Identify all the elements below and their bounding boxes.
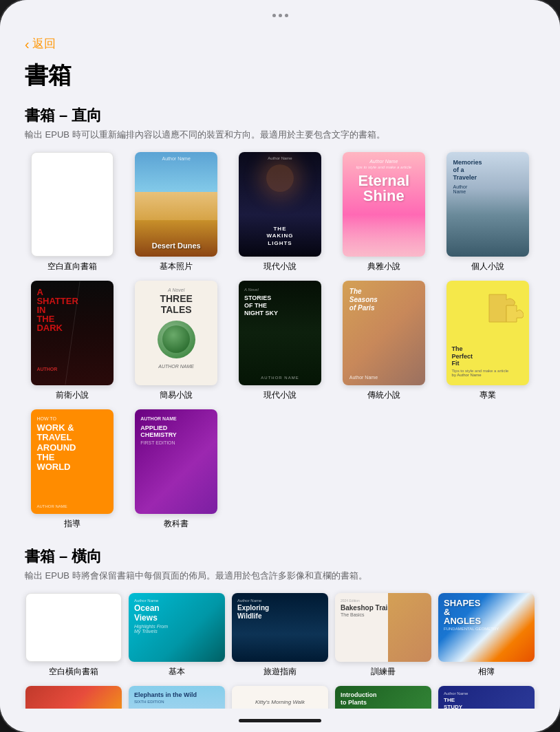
label-professional: 專業 xyxy=(480,389,496,401)
back-chevron-icon: ‹ xyxy=(25,37,30,51)
thumb-basic-photo: Author Name Desert Dunes xyxy=(135,152,217,257)
label-blank-landscape: 空白橫向書箱 xyxy=(49,666,98,678)
ipad-frame: ‹ 返回 書箱 書箱 – 直向 輸出 EPUB 時可以重新編排內容以適應不同的裝… xyxy=(0,0,560,732)
thumb-modern-novel: Author Name THEWAKINGLIGHTS xyxy=(239,152,321,257)
thumb-guide: HOW TO WORK &TRAVELAROUNDTHEWORLD AUTHOR… xyxy=(31,409,114,514)
status-dot-1 xyxy=(272,14,276,17)
puzzle-icon xyxy=(482,288,524,329)
thumb-blank-portrait xyxy=(31,152,114,257)
thumb-training: 2024 Edition Bakeshop Training The Basic… xyxy=(335,593,431,662)
thumb-textbook: AUTHOR NAME APPLIEDCHEMISTRY FIRST EDITI… xyxy=(135,409,217,514)
label-training: 訓練冊 xyxy=(371,666,396,678)
label-modern-novel: 現代小說 xyxy=(263,261,297,272)
home-bar xyxy=(239,719,321,722)
thumb-classic-novel: TheSeasonsof Paris Author Name xyxy=(343,281,425,385)
landscape-row-2: Recipes for SavorySoup Suppers Step-by-S… xyxy=(25,686,535,709)
thumb-recipe: Recipes for SavorySoup Suppers Step-by-S… xyxy=(25,686,122,709)
thumb-album: SHAPES&ANGLES FUNDAMENTAL GEOMETRY xyxy=(438,593,535,662)
template-guide[interactable]: HOW TO WORK &TRAVELAROUNDTHEWORLD AUTHOR… xyxy=(25,409,120,530)
thumb-modern-novel2: A Novel STORIESOF THENIGHT SKY AUTHOR NA… xyxy=(239,281,321,385)
thumb-professional: ThePerfectFit Tips to style and make a a… xyxy=(446,281,529,385)
template-textbook2[interactable]: Author Name THESTUDYOF CELLBIOLOGY 初覽教科書 xyxy=(438,686,535,709)
template-course[interactable]: Introductionto Plants 課程 xyxy=(334,686,432,709)
status-dots xyxy=(272,14,288,17)
back-label: 返回 xyxy=(32,36,56,52)
thumb-simple-novel: A Novel THREETALES AUTHOR NAME xyxy=(135,281,217,385)
label-album: 相簿 xyxy=(478,666,495,678)
portrait-row-1: 空白直向書箱 Author Name Desert Dunes 基本照片 Aut… xyxy=(25,152,535,272)
template-textbook[interactable]: AUTHOR NAME APPLIEDCHEMISTRY FIRST EDITI… xyxy=(129,409,224,530)
thumb-course: Introductionto Plants xyxy=(335,686,431,709)
label-personal-novel: 個人小說 xyxy=(471,261,504,272)
status-dot-3 xyxy=(285,14,288,17)
thumb-travel-guide: Author Name ExploringWildlife xyxy=(232,593,328,662)
template-travel-guide[interactable]: Author Name ExploringWildlife 旅遊指南 xyxy=(231,593,329,678)
template-modern-novel[interactable]: Author Name THEWAKINGLIGHTS 現代小說 xyxy=(233,152,328,272)
thumb-report: Elephants in the Wild SIXTH EDITION xyxy=(129,686,225,709)
portrait-row-3: HOW TO WORK &TRAVELAROUNDTHEWORLD AUTHOR… xyxy=(25,409,535,530)
content-area: ‹ 返回 書箱 書箱 – 直向 輸出 EPUB 時可以重新編排內容以適應不同的裝… xyxy=(0,30,560,709)
template-basic-photo[interactable]: Author Name Desert Dunes 基本照片 xyxy=(129,152,224,272)
thumb-avant-novel: ASHATTERINTHEDARK AUTHOR xyxy=(31,281,114,385)
section-landscape-desc: 輸出 EPUB 時將會保留書籍中每個頁面的佈局。最適用於包含許多影像和直欄的書箱… xyxy=(25,570,535,582)
template-modern-novel2[interactable]: A Novel STORIESOF THENIGHT SKY AUTHOR NA… xyxy=(233,281,328,401)
label-basic-photo: 基本照片 xyxy=(160,261,193,272)
status-bar xyxy=(0,0,560,30)
label-blank-portrait: 空白直向書箱 xyxy=(47,261,97,272)
template-report[interactable]: Elephants in the Wild SIXTH EDITION 報告 xyxy=(128,686,226,709)
label-basic-landscape: 基本 xyxy=(169,666,185,678)
template-training[interactable]: 2024 Edition Bakeshop Training The Basic… xyxy=(334,593,432,678)
back-button[interactable]: ‹ 返回 xyxy=(25,30,535,60)
template-professional[interactable]: ThePerfectFit Tips to style and make a a… xyxy=(440,281,535,401)
label-textbook: 教科書 xyxy=(164,518,189,530)
home-indicator xyxy=(0,709,560,732)
thumb-personal-novel: Memoriesof aTraveler AuthorName xyxy=(446,152,529,257)
template-avant-novel[interactable]: ASHATTERINTHEDARK AUTHOR 前衛小說 xyxy=(25,281,120,401)
template-elegant-novel[interactable]: Author Name tips to style and make a art… xyxy=(336,152,431,272)
template-blank-landscape[interactable]: 空白橫向書箱 xyxy=(25,593,122,678)
label-elegant-novel: 典雅小說 xyxy=(367,261,400,272)
section-landscape-title: 書箱 – 橫向 xyxy=(25,546,535,567)
label-simple-novel: 簡易小說 xyxy=(160,389,193,401)
label-avant-novel: 前衛小說 xyxy=(56,389,89,401)
template-basic-landscape[interactable]: Author Name OceanViews Highlights FromMy… xyxy=(128,593,226,678)
thumb-elegant-novel: Author Name tips to style and make a art… xyxy=(343,152,425,257)
portrait-row-2: ASHATTERINTHEDARK AUTHOR 前衛小說 A Novel TH… xyxy=(25,281,535,401)
status-dot-2 xyxy=(279,14,282,17)
thumb-story-book: Kitty's Morning Walkby Author Name xyxy=(232,686,328,709)
thumb-basic-landscape: Author Name OceanViews Highlights FromMy… xyxy=(129,593,225,662)
landscape-row-1: 空白橫向書箱 Author Name OceanViews Highlights… xyxy=(25,593,535,678)
template-simple-novel[interactable]: A Novel THREETALES AUTHOR NAME 簡易小說 xyxy=(129,281,224,401)
label-guide: 指導 xyxy=(64,518,80,530)
thumb-textbook2: Author Name THESTUDYOF CELLBIOLOGY xyxy=(438,686,535,709)
section-portrait-desc: 輸出 EPUB 時可以重新編排內容以適應不同的裝置和方向。最適用於主要包含文字的… xyxy=(25,129,535,141)
label-classic-novel: 傳統小說 xyxy=(367,389,400,401)
page-title: 書箱 xyxy=(25,60,535,92)
template-story-book[interactable]: Kitty's Morning Walkby Author Name 故事書 xyxy=(231,686,329,709)
template-blank-portrait[interactable]: 空白直向書箱 xyxy=(25,152,120,272)
template-recipe[interactable]: Recipes for SavorySoup Suppers Step-by-S… xyxy=(25,686,122,709)
thumb-blank-landscape xyxy=(25,593,122,662)
template-personal-novel[interactable]: Memoriesof aTraveler AuthorName 個人小說 xyxy=(440,152,535,272)
template-album[interactable]: SHAPES&ANGLES FUNDAMENTAL GEOMETRY 相簿 xyxy=(438,593,535,678)
section-portrait-title: 書箱 – 直向 xyxy=(25,105,535,126)
label-travel-guide: 旅遊指南 xyxy=(263,666,297,678)
label-modern-novel2: 現代小說 xyxy=(263,389,297,401)
template-classic-novel[interactable]: TheSeasonsof Paris Author Name 傳統小說 xyxy=(336,281,431,401)
